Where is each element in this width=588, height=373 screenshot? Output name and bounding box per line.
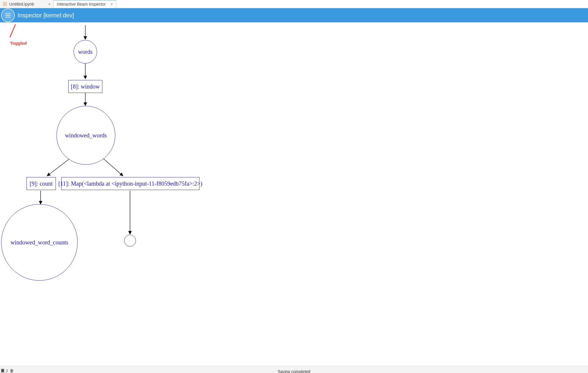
close-icon[interactable]: × bbox=[111, 2, 113, 6]
node-windowed-words[interactable]: windowed_words bbox=[56, 106, 115, 165]
node-window[interactable]: [8]: window bbox=[68, 80, 102, 93]
status-tab-count: 2 bbox=[6, 369, 8, 373]
menu-toggle-button[interactable] bbox=[2, 10, 14, 21]
node-anon-output[interactable] bbox=[124, 235, 136, 247]
svg-line-5 bbox=[103, 158, 123, 176]
status-bar: 2 🗑 Saving completed bbox=[0, 366, 588, 373]
tab-strip: Untitled.ipynb × Interactive Beam Inspec… bbox=[0, 0, 588, 8]
node-words[interactable]: words bbox=[74, 40, 97, 64]
pipeline-graph[interactable]: words [8]: window windowed_words [9]: co… bbox=[0, 22, 588, 366]
tab-label: Untitled.ipynb bbox=[9, 2, 34, 6]
node-count[interactable]: [9]: count bbox=[26, 177, 56, 190]
status-message: Saving completed bbox=[278, 369, 310, 373]
tab-interactive-beam-inspector[interactable]: Interactive Beam Inspector × bbox=[54, 0, 116, 8]
inspector-title: Inspector [kernel:dev] bbox=[18, 12, 74, 19]
status-tabs-icon bbox=[1, 369, 4, 372]
notebook-icon bbox=[3, 2, 7, 6]
tab-label: Interactive Beam Inspector bbox=[57, 2, 106, 6]
node-windowed-word-counts[interactable]: windowed_word_counts bbox=[1, 204, 78, 281]
status-left: 2 🗑 bbox=[1, 368, 14, 373]
trash-icon[interactable]: 🗑 bbox=[10, 368, 14, 373]
svg-line-4 bbox=[47, 159, 69, 176]
hamburger-icon bbox=[5, 13, 11, 14]
inspector-header: Inspector [kernel:dev] bbox=[0, 8, 588, 22]
graph-edges bbox=[0, 22, 588, 366]
close-icon[interactable]: × bbox=[48, 2, 51, 6]
tab-untitled-ipynb[interactable]: Untitled.ipynb × bbox=[0, 0, 54, 8]
node-map-lambda[interactable]: [11]: Map(<lambda at <ipython-input-11-f… bbox=[61, 177, 199, 190]
